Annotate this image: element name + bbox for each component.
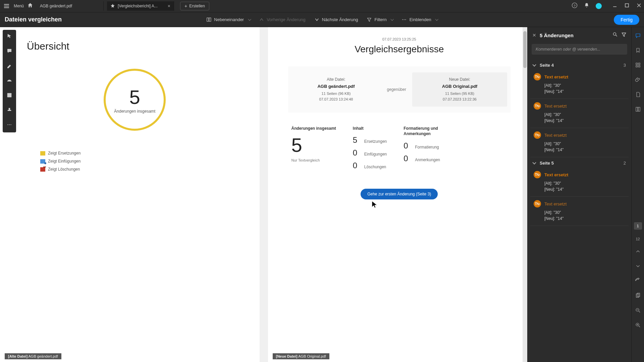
vs-label: gegenüber: [381, 87, 412, 92]
page-title: Dateien vergleichen: [5, 16, 62, 23]
svg-rect-20: [636, 63, 638, 65]
changes-group-header[interactable]: Seite 52: [530, 157, 629, 168]
svg-rect-3: [625, 4, 629, 7]
cursor-tool-icon[interactable]: [6, 33, 12, 41]
grid-rail-icon[interactable]: [635, 62, 641, 69]
avatar[interactable]: [596, 3, 602, 9]
chevron-up-rail-icon[interactable]: [635, 248, 641, 256]
scrollbar-vertical[interactable]: [523, 27, 527, 362]
svg-line-30: [639, 311, 640, 312]
compare-rail-icon[interactable]: [635, 106, 641, 114]
change-item[interactable]: T↻Text ersetzt[Alt]: "30"[Neu]: "14": [530, 168, 629, 197]
stat-row: 0Anmerkungen: [404, 154, 450, 163]
comment-input[interactable]: Kommentieren oder @ verwenden...: [532, 44, 627, 55]
svg-point-17: [613, 33, 616, 35]
panel-title: 5 Änderungen: [540, 33, 609, 38]
svg-point-10: [404, 19, 405, 20]
text-tool-icon[interactable]: A: [6, 92, 12, 100]
copy-rail-icon[interactable]: [635, 293, 641, 300]
next-change-button[interactable]: Nächste Änderung: [314, 17, 358, 22]
page-indicator[interactable]: 1: [634, 222, 642, 230]
old-file-info: Alte Datei: AGB geändert.pdf 11 Seiten (…: [291, 77, 381, 102]
svg-point-9: [402, 19, 403, 20]
tab-file-1[interactable]: AGB geändert.pdf: [37, 1, 104, 11]
done-button[interactable]: Fertig: [614, 15, 639, 25]
attachment-rail-icon[interactable]: [635, 77, 641, 84]
main: A Übersicht 5 Änderungen insgesamt Zeigt…: [0, 27, 644, 362]
svg-rect-25: [638, 107, 640, 111]
bookmark-rail-icon[interactable]: [635, 47, 641, 55]
svg-rect-6: [207, 18, 209, 21]
tab-label: [Vergleichsbericht] A...: [118, 4, 158, 8]
page-rail-icon[interactable]: [635, 92, 641, 99]
replace-badge-icon: T↻: [534, 131, 541, 139]
changes-count: 5: [129, 86, 140, 108]
minimize-icon[interactable]: [612, 3, 617, 9]
change-item[interactable]: T↻Text ersetzt[Alt]: "30"[Neu]: "14": [530, 197, 629, 226]
home-icon[interactable]: [27, 2, 33, 10]
tab-file-2[interactable]: [Vergleichsbericht] A... ×: [107, 1, 174, 11]
toolbar: Dateien vergleichen Nebeneinander Vorher…: [0, 12, 644, 27]
replace-badge-icon: T↻: [534, 73, 541, 80]
side-by-side-button[interactable]: Nebeneinander: [206, 17, 250, 22]
close-window-icon[interactable]: [637, 3, 641, 9]
show-button[interactable]: Einblenden: [402, 17, 438, 22]
svg-rect-24: [636, 107, 638, 111]
changes-panel: ✕ 5 Änderungen Kommentieren oder @ verwe…: [527, 27, 631, 362]
document-area: Übersicht 5 Änderungen insgesamt Zeigt E…: [0, 27, 527, 362]
new-file-footer: [Neue Datei] AGB Original.pdf: [273, 353, 329, 359]
filter-button[interactable]: Filtern: [367, 17, 393, 22]
close-icon[interactable]: ×: [168, 3, 170, 9]
filter-icon[interactable]: [621, 32, 627, 39]
stat-total: Änderungen insgesamt 5 Nur Textvergleich: [291, 126, 336, 170]
svg-rect-26: [636, 294, 639, 298]
svg-point-11: [406, 19, 406, 20]
changes-label: Änderungen insgesamt: [114, 109, 155, 114]
chevron-down-rail-icon[interactable]: [635, 263, 641, 270]
comments-rail-icon[interactable]: [635, 33, 641, 40]
svg-line-18: [616, 35, 617, 37]
stat-row: 0Löschungen: [353, 161, 387, 170]
stat-content: Inhalt 5Ersetzungen0Einfügungen0Löschung…: [353, 126, 387, 170]
stamp-tool-icon[interactable]: [6, 107, 12, 114]
svg-rect-7: [209, 18, 211, 21]
comment-tool-icon[interactable]: [6, 48, 12, 55]
svg-point-14: [7, 124, 8, 125]
create-button[interactable]: +Erstellen: [180, 2, 209, 10]
help-icon[interactable]: ?: [572, 2, 578, 10]
new-file-info: Neue Datei: AGB Original.pdf 11 Seiten (…: [412, 72, 507, 107]
stat-row: 0Einfügungen: [353, 148, 387, 158]
stat-format: Formatierung und Anmerkungen 0Formatieru…: [404, 126, 450, 170]
tab-label: AGB geändert.pdf: [40, 4, 72, 8]
draw-tool-icon[interactable]: [6, 77, 12, 85]
old-file-footer: [Alte Datei] AGB geändert.pdf: [5, 353, 61, 359]
prev-change-button[interactable]: Vorherige Änderung: [259, 17, 306, 22]
new-file-pane: 07.07.2023 13:25:25 Vergleichsergebnisse…: [268, 27, 528, 362]
hamburger-menu[interactable]: [3, 3, 10, 9]
panel-close-icon[interactable]: ✕: [532, 33, 536, 38]
legend-deletions: Zeigt Löschungen: [40, 167, 250, 172]
chevron-down-icon: [532, 63, 536, 66]
bell-icon[interactable]: [584, 2, 590, 10]
maximize-icon[interactable]: [625, 3, 629, 9]
change-item[interactable]: T↻Text ersetzt[Alt]: "30"[Neu]: "14": [530, 128, 629, 157]
legend-insertions: Zeigt Einfügungen: [40, 159, 250, 164]
search-icon[interactable]: [612, 32, 618, 39]
refresh-rail-icon[interactable]: [635, 278, 641, 285]
change-item[interactable]: T↻Text ersetzt[Alt]: "30"[Neu]: "14": [530, 99, 629, 128]
swatch-red: [40, 167, 45, 172]
changes-circle: 5 Änderungen insgesamt: [104, 69, 166, 131]
legend-replacements: Zeigt Ersetzungen: [40, 151, 250, 156]
file-compare-box: Alte Datei: AGB geändert.pdf 11 Seiten (…: [288, 66, 511, 113]
scrollbar-thumb[interactable]: [523, 31, 527, 68]
right-icon-rail: 1 12: [631, 27, 644, 362]
goto-first-change-button[interactable]: Gehe zur ersten Änderung (Seite 3): [361, 189, 438, 199]
more-tools-icon[interactable]: [6, 122, 12, 129]
change-item[interactable]: T↻Text ersetzt[Alt]: "30"[Neu]: "14": [530, 70, 629, 99]
svg-rect-23: [638, 66, 640, 67]
highlight-tool-icon[interactable]: [6, 63, 12, 70]
menu-label[interactable]: Menü: [14, 4, 24, 8]
zoom-out-rail-icon[interactable]: [635, 307, 641, 315]
changes-group-header[interactable]: Seite 43: [530, 59, 629, 70]
zoom-in-rail-icon[interactable]: [635, 322, 641, 329]
